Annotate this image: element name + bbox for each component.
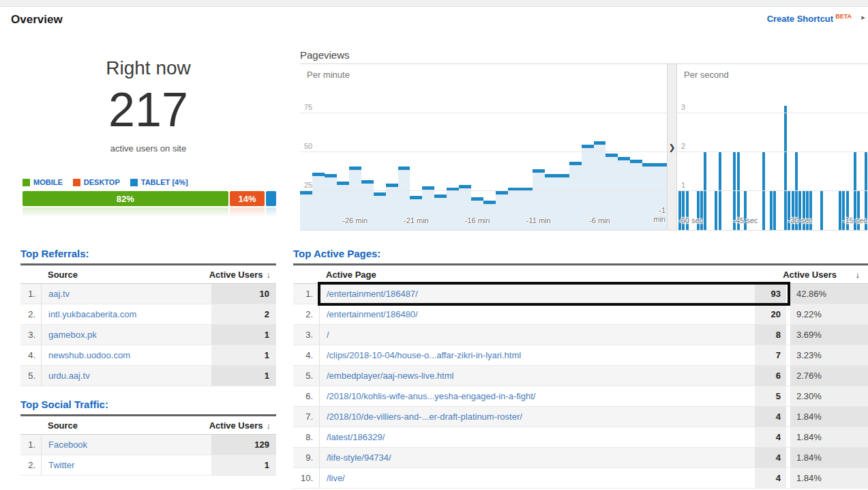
row-page-cell: /latest/186329/	[319, 427, 755, 447]
active-page-link[interactable]: /entertainment/186487/	[327, 289, 418, 299]
legend-swatch-icon	[73, 179, 80, 186]
source-link[interactable]: gamebox.pk	[48, 330, 97, 340]
device-segment: 82%	[23, 191, 228, 206]
active-page-link[interactable]: /live/	[327, 473, 345, 483]
active-users-column-header: Active Users↓	[188, 270, 276, 280]
shortcut-arrow-icon: ➤	[860, 14, 865, 21]
expand-chart-button[interactable]: ❯	[667, 64, 677, 230]
row-percentage: 3.69%	[786, 325, 868, 345]
y-tick-label: 25	[304, 181, 312, 189]
minute-bar	[471, 197, 483, 230]
row-source-cell: aaj.tv	[41, 284, 211, 304]
second-bar	[773, 191, 776, 230]
row-source-cell: Facebook	[41, 435, 211, 455]
row-rank: 5.	[20, 366, 41, 386]
top-active-pages-section: Top Active Pages: Active Page Active Use…	[293, 248, 868, 489]
minute-bar-fill	[496, 194, 508, 230]
sort-descending-icon[interactable]: ↓	[837, 270, 868, 280]
table-row: 5.urdu.aaj.tv1	[20, 366, 276, 386]
row-rank: 3.	[293, 325, 319, 345]
row-rank: 7.	[293, 407, 319, 427]
per-minute-bars	[300, 64, 667, 230]
row-rank: 1.	[20, 435, 41, 455]
source-link[interactable]: newshub.uodoo.com	[48, 350, 130, 360]
row-percentage: 9.22%	[786, 304, 868, 324]
row-page-cell: /2018/10/kohlis-wife-anus...yesha-engage…	[319, 386, 755, 406]
minute-bar-fill	[618, 160, 630, 230]
active-page-link[interactable]: /embedplayer/aaj-news-live.html	[327, 371, 453, 381]
source-link[interactable]: urdu.aaj.tv	[48, 371, 90, 381]
device-legend: MOBILEDESKTOPTABLET [4%]	[23, 178, 188, 186]
table-row: 9./life-style/94734/41.84%	[293, 448, 868, 468]
active-users-column-header: Active Users↓	[188, 420, 276, 431]
minute-bar	[557, 174, 569, 230]
x-tick-label: -11 min	[522, 216, 555, 225]
top-referrals-heading: Top Referrals:	[20, 248, 276, 265]
second-bar	[719, 152, 721, 230]
active-page-column-header: Active Page	[319, 270, 755, 280]
legend-item: TABLET [4%]	[130, 178, 188, 186]
source-link[interactable]: aaj.tv	[48, 289, 70, 299]
chevron-right-icon: ❯	[668, 143, 675, 152]
row-rank: 10.	[293, 468, 319, 488]
minute-bar-fill	[569, 165, 582, 230]
minute-bar-fill	[386, 187, 398, 230]
per-second-bars	[678, 64, 868, 230]
minute-bar-fill	[447, 191, 459, 230]
top-referrals-section: Top Referrals: Source Active Users↓ 1.aa…	[20, 248, 276, 386]
sort-descending-icon[interactable]: ↓	[267, 420, 271, 431]
source-link[interactable]: Twitter	[48, 460, 74, 470]
row-active-users: 5	[755, 386, 786, 406]
create-shortcut-label: Create Shortcut	[767, 14, 834, 24]
row-active-users: 4	[755, 427, 786, 447]
gridline	[677, 190, 868, 191]
row-active-users: 10	[211, 284, 276, 304]
row-page-cell: /embedplayer/aaj-news-live.html	[319, 366, 755, 386]
row-active-users: 4	[755, 407, 786, 427]
x-tick-label: -60 sec	[677, 216, 706, 225]
minute-bar	[447, 188, 459, 230]
row-page-cell: /clips/2018-10-04/house-o...affar-zikri-…	[319, 345, 755, 365]
row-rank: 4.	[293, 345, 319, 365]
x-tick-label: -1 min	[646, 206, 665, 225]
active-page-link[interactable]: /latest/186329/	[327, 432, 385, 442]
gridline	[300, 152, 667, 152]
pageviews-panel: Per minute 255075-26 min-21 min-16 min-1…	[300, 63, 868, 231]
row-percentage: 3.23%	[786, 345, 868, 365]
active-page-link[interactable]: /clips/2018-10-04/house-o...affar-zikri-…	[327, 350, 521, 360]
source-link[interactable]: Facebook	[48, 439, 87, 450]
minute-bar-fill	[557, 177, 569, 230]
row-active-users: 4	[755, 468, 786, 488]
table-row: 1./entertainment/186487/9342.86%	[293, 284, 868, 304]
create-shortcut-button[interactable]: Create ShortcutBETA	[767, 13, 852, 24]
row-page-cell: /life-style/94734/	[319, 448, 755, 467]
top-social-body: 1.Facebook1292.Twitter1	[20, 435, 276, 476]
active-page-link[interactable]: /2018/10/kohlis-wife-anus...yesha-engage…	[327, 391, 535, 401]
row-page-cell: /entertainment/186480/	[319, 304, 755, 324]
second-bar	[784, 106, 787, 230]
legend-item: MOBILE	[23, 178, 63, 186]
active-page-link[interactable]: /	[327, 330, 329, 340]
row-active-users: 1	[211, 366, 276, 386]
row-source-cell: intl.yukbacaberita.com	[41, 304, 211, 324]
sort-descending-icon[interactable]: ↓	[267, 270, 271, 280]
pageviews-title: Pageviews	[300, 49, 350, 61]
minute-bar	[508, 188, 520, 230]
x-tick-label: -30 sec	[785, 216, 815, 225]
active-page-link[interactable]: /life-style/94734/	[327, 452, 391, 463]
y-tick-label: 75	[304, 103, 312, 111]
minute-bar-fill	[410, 199, 422, 230]
active-page-link[interactable]: /2018/10/de-villiers-and-...er-draft-pla…	[327, 412, 522, 422]
per-second-label: Per second	[684, 70, 729, 80]
top-referrals-body: 1.aaj.tv102.intl.yukbacaberita.com23.gam…	[20, 284, 276, 386]
table-row: 2.Twitter1	[20, 455, 276, 476]
device-segment	[266, 191, 276, 206]
minute-bar-fill	[374, 196, 386, 230]
minute-bar	[325, 174, 337, 230]
source-link[interactable]: intl.yukbacaberita.com	[48, 309, 136, 319]
table-row: 2.intl.yukbacaberita.com2	[20, 304, 276, 325]
active-page-link[interactable]: /entertainment/186480/	[327, 309, 418, 319]
minute-bar	[569, 162, 582, 230]
x-tick-label: -45 sec	[730, 216, 760, 225]
top-social-section: Top Social Traffic: Source Active Users↓…	[20, 399, 276, 476]
